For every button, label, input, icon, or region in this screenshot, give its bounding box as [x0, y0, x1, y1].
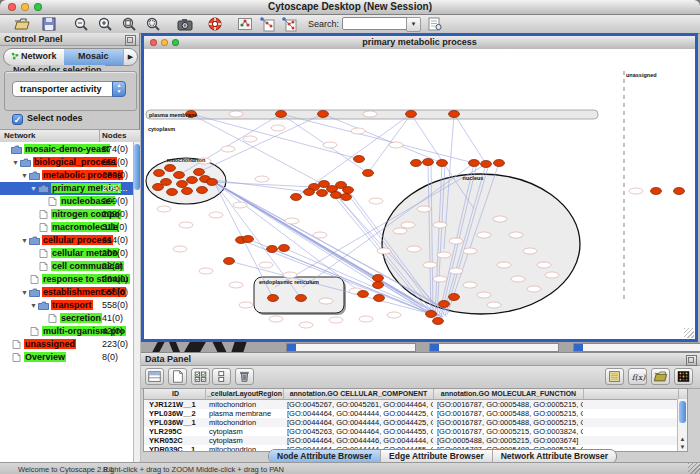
tree-row[interactable]: nucleobase-209(0)	[0, 195, 133, 208]
title-bar[interactable]: Cytoscape Desktop (New Session)	[0, 0, 700, 15]
new-network-selection-button[interactable]	[280, 16, 298, 32]
table-cell[interactable]: [GO:0016787, GO:0005488, GO:0005215, G..…	[437, 400, 583, 409]
help-button[interactable]	[206, 16, 224, 32]
search-options-button[interactable]	[426, 16, 444, 32]
tree-row[interactable]: secretion41(0)	[0, 312, 133, 325]
attribute-select-button[interactable]	[145, 368, 164, 385]
background-window-thumbnail[interactable]	[429, 343, 559, 352]
table-scrollbar[interactable]: ▲ ▼	[677, 399, 687, 451]
table-cell[interactable]: mitochondrion	[209, 400, 283, 409]
table-cell[interactable]: YDR039C__1	[149, 445, 205, 452]
table-cell[interactable]: YJR121W__1	[149, 400, 205, 409]
tree-row[interactable]: cellular metabo209(0)	[0, 247, 133, 260]
float-panel-icon[interactable]	[125, 35, 136, 46]
table-cell[interactable]: [GO:0016787, GO:0005488, GO:0005215, G..…	[437, 418, 583, 427]
table-cell[interactable]: [GO:0044464, GO:0044444, GO:0044425, G..…	[287, 418, 433, 427]
tree-scrollbar-thumb[interactable]	[134, 144, 140, 190]
table-column-header[interactable]: _cellularLayoutRegion	[206, 389, 284, 399]
table-row[interactable]: YJR121W__1mitochondrion[GO:0045267, GO:0…	[144, 400, 687, 409]
open-button[interactable]	[13, 16, 31, 32]
tree-row[interactable]: ▼biological_process651(0)	[0, 156, 133, 169]
zoom-fit-button[interactable]	[120, 16, 138, 32]
tree-row[interactable]: ▼transport558(0)	[0, 299, 133, 312]
tree-row-label[interactable]: secretion	[60, 313, 102, 323]
tree-row[interactable]: response to stimulu264(0)	[0, 273, 133, 286]
network-canvas[interactable]: plasma membranecytoplasmmitochondrionnuc…	[144, 49, 695, 339]
table-cell[interactable]: [GO:0016787, GO:0005215, GO:0003824, G..…	[437, 427, 583, 436]
table-cell[interactable]: [GO:0044464, GO:0044446, GO:0044444, G..…	[287, 436, 433, 445]
tabs-overflow-arrow[interactable]: ▶	[123, 49, 137, 65]
network-tree-header[interactable]: Network Nodes	[0, 129, 140, 143]
view-resize-grip[interactable]	[684, 328, 694, 338]
table-scrollbar-thumb[interactable]	[679, 401, 686, 423]
tree-row[interactable]: mosaic-demo-yeast874(0)	[0, 143, 133, 156]
table-cell[interactable]: [GO:0045267, GO:0045261, GO:0044464, G..…	[287, 400, 433, 409]
zoom-out-button[interactable]	[72, 16, 90, 32]
tree-scrollbar[interactable]	[133, 142, 140, 474]
attribute-table-header[interactable]: ID_cellularLayoutRegionannotation.GO CEL…	[144, 389, 687, 400]
tree-row[interactable]: ▼metabolic process280(0)	[0, 169, 133, 182]
zoom-selected-button[interactable]	[144, 16, 162, 32]
table-cell[interactable]: YKR052C	[149, 436, 205, 445]
tree-row[interactable]: multi-organism pro42(0)	[0, 325, 133, 338]
view-minimize-button[interactable]	[161, 39, 168, 46]
tree-expand-icon[interactable]: ▼	[21, 172, 28, 179]
tree-row[interactable]: cell communicat22(0)	[0, 260, 133, 273]
tree-expand-icon[interactable]: ▼	[30, 185, 37, 192]
tree-row[interactable]: unassigned223(0)	[0, 338, 133, 351]
table-cell[interactable]: [GO:0045263, GO:0044464, GO:0044455, G..…	[287, 427, 433, 436]
snapshot-button[interactable]	[176, 16, 194, 32]
view-title-bar[interactable]: primary metabolic process	[144, 36, 695, 50]
table-column-header[interactable]: ID	[146, 389, 206, 399]
save-button[interactable]	[40, 16, 58, 32]
attribute-table[interactable]: ID_cellularLayoutRegionannotation.GO CEL…	[143, 388, 688, 452]
search-input[interactable]	[342, 17, 410, 30]
scroll-down-icon[interactable]: ▼	[678, 443, 687, 451]
window-resize-grip[interactable]	[688, 463, 700, 474]
tree-row[interactable]: Overview8(0)	[0, 351, 133, 364]
table-cell[interactable]: cytoplasm	[209, 436, 283, 445]
zoom-window-button[interactable]	[34, 3, 42, 11]
delete-attribute-button[interactable]	[235, 368, 254, 385]
node-color-dropdown[interactable]: transporter activity ▲▼	[12, 81, 126, 97]
scroll-up-icon[interactable]: ▲	[678, 435, 687, 443]
grid-layout-button[interactable]	[236, 16, 254, 32]
table-row[interactable]: YPL036W__2plasma membrane[GO:0044464, GO…	[144, 409, 687, 418]
tree-row[interactable]: ▼cellular process614(0)	[0, 234, 133, 247]
select-nodes-checkbox[interactable]: ✓	[12, 114, 23, 125]
table-column-header[interactable]: annotation.GO CELLULAR_COMPONENT	[284, 389, 434, 399]
view-zoom-button[interactable]	[172, 39, 179, 46]
view-close-button[interactable]	[150, 39, 157, 46]
close-button[interactable]	[8, 3, 16, 11]
table-cell[interactable]: mitochondrion	[209, 418, 283, 427]
attribute-editor-button[interactable]	[605, 368, 624, 385]
table-cell[interactable]: YLR295C	[149, 427, 205, 436]
tree-row-label[interactable]: Overview	[24, 352, 66, 362]
tree-row-label[interactable]: mosaic-demo-yeast	[24, 144, 110, 154]
table-cell[interactable]: [GO:0016787, GO:0005488, GO:0005215, G..…	[437, 409, 583, 418]
tree-expand-icon[interactable]: ▼	[12, 159, 19, 166]
float-panel-icon[interactable]	[686, 355, 697, 366]
new-network-button[interactable]	[258, 16, 276, 32]
table-cell[interactable]: YPL036W__1	[149, 418, 205, 427]
tree-expand-icon[interactable]: ▼	[30, 302, 37, 309]
table-row[interactable]: YKR052Ccytoplasm[GO:0044464, GO:0044446,…	[144, 436, 687, 445]
minimize-button[interactable]	[21, 3, 29, 11]
table-column-header[interactable]	[584, 389, 679, 399]
tree-row[interactable]: ▼establishment of lo558(0)	[0, 286, 133, 299]
zoom-in-button[interactable]	[96, 16, 114, 32]
table-row[interactable]: YPL036W__1mitochondrion[GO:0044464, GO:0…	[144, 418, 687, 427]
tree-expand-icon[interactable]: ▼	[21, 289, 28, 296]
tab-mosaic[interactable]: Mosaic	[64, 49, 124, 65]
tree-row[interactable]: ▼primary metabo209(...	[0, 182, 133, 195]
tree-row-label[interactable]: unassigned	[24, 339, 76, 349]
formula-builder-button[interactable]: f(x)	[628, 368, 647, 385]
attribute-matrix-button[interactable]	[674, 368, 693, 385]
background-window-thumbnail[interactable]	[573, 343, 700, 352]
table-row[interactable]: YLR295Ccytoplasm[GO:0045263, GO:0044464,…	[144, 427, 687, 436]
new-attribute-button[interactable]	[168, 368, 187, 385]
import-attributes-button[interactable]	[651, 368, 670, 385]
table-cell[interactable]: [GO:0044464, GO:0044444, GO:0044425, G..…	[287, 409, 433, 418]
unselect-all-attributes-button[interactable]	[212, 368, 231, 385]
tree-row[interactable]: macromolecule311(0)	[0, 221, 133, 234]
